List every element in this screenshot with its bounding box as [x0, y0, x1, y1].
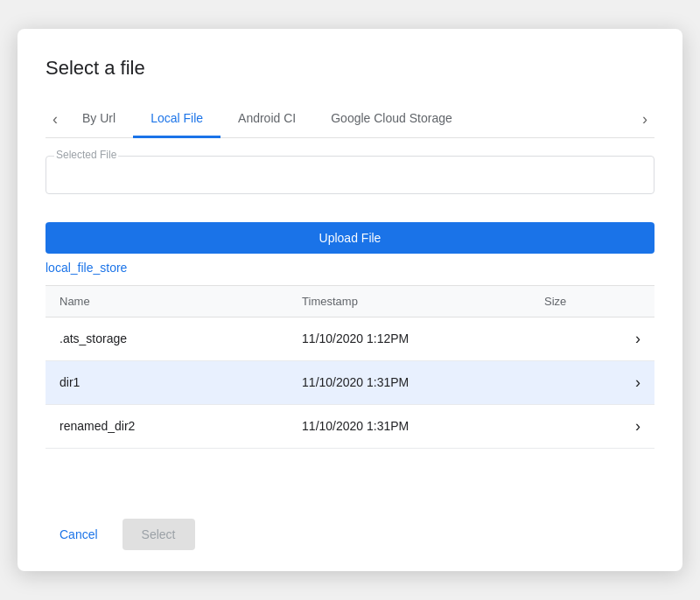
row-size — [530, 404, 621, 448]
row-timestamp: 11/10/2020 1:31PM — [288, 360, 530, 404]
row-timestamp: 11/10/2020 1:31PM — [288, 404, 530, 448]
dialog: Select a file ‹ By Url Local File Androi… — [18, 29, 682, 571]
col-header-timestamp: Timestamp — [288, 285, 530, 317]
select-button[interactable]: Select — [122, 519, 195, 550]
table-row[interactable]: .ats_storage 11/10/2020 1:12PM › — [46, 317, 654, 360]
row-timestamp: 11/10/2020 1:12PM — [288, 317, 530, 360]
row-chevron: › — [621, 317, 654, 360]
tab-google-cloud-storage[interactable]: Google Cloud Storage — [313, 101, 470, 138]
dialog-footer: Cancel Select — [46, 498, 654, 550]
row-size — [530, 317, 621, 360]
content-area: Selected File Upload File local_file_sto… — [46, 138, 654, 499]
file-store-link[interactable]: local_file_store — [46, 261, 654, 275]
row-size — [530, 360, 621, 404]
selected-file-wrapper: Selected File — [46, 156, 654, 208]
col-header-arrow — [621, 285, 654, 317]
table-row[interactable]: dir1 11/10/2020 1:31PM › — [46, 360, 654, 404]
row-name: .ats_storage — [46, 317, 288, 360]
upload-button[interactable]: Upload File — [46, 222, 654, 254]
cancel-button[interactable]: Cancel — [46, 519, 112, 550]
file-table: Name Timestamp Size .ats_storage 11/10/2… — [46, 285, 654, 449]
row-name: dir1 — [46, 360, 288, 404]
tab-next-arrow[interactable]: › — [635, 111, 654, 127]
col-header-name: Name — [46, 285, 288, 317]
selected-file-input[interactable] — [46, 156, 654, 194]
row-chevron: › — [621, 360, 654, 404]
dialog-title: Select a file — [46, 57, 654, 80]
tab-by-url[interactable]: By Url — [65, 101, 133, 138]
tab-prev-arrow[interactable]: ‹ — [46, 111, 65, 127]
col-header-size: Size — [530, 285, 621, 317]
tabs: By Url Local File Android CI Google Clou… — [65, 101, 635, 137]
tab-android-ci[interactable]: Android CI — [220, 101, 313, 138]
table-row[interactable]: renamed_dir2 11/10/2020 1:31PM › — [46, 404, 654, 448]
selected-file-label: Selected File — [54, 149, 118, 161]
row-name: renamed_dir2 — [46, 404, 288, 448]
tab-local-file[interactable]: Local File — [133, 101, 220, 138]
table-header-row: Name Timestamp Size — [46, 285, 654, 317]
tabs-container: ‹ By Url Local File Android CI Google Cl… — [46, 101, 654, 138]
row-chevron: › — [621, 404, 654, 448]
